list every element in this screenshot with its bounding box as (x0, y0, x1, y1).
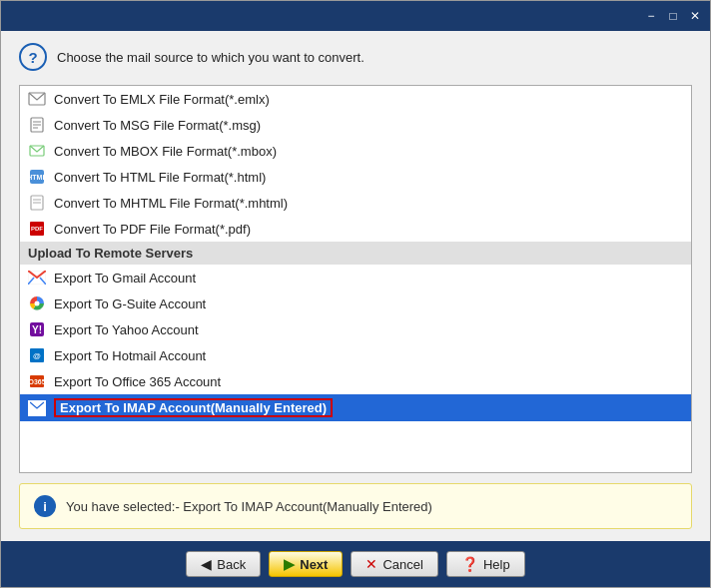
main-window: − □ ✕ ? Choose the mail source to which … (0, 0, 711, 588)
title-bar: − □ ✕ (1, 1, 710, 31)
svg-text:PDF: PDF (31, 226, 43, 232)
next-label: Next (300, 557, 328, 572)
header-text: Choose the mail source to which you want… (57, 50, 364, 65)
list-item-msg[interactable]: Convert To MSG File Format(*.msg) (20, 112, 691, 138)
hotmail-label: Export To Hotmail Account (54, 348, 206, 363)
cancel-label: Cancel (382, 557, 422, 572)
pdf-icon: PDF (28, 220, 46, 238)
gmail-icon (28, 269, 46, 287)
selection-info-bar: i You have selected:- Export To IMAP Acc… (19, 483, 692, 529)
msg-icon (28, 116, 46, 134)
office365-label: Export To Office 365 Account (54, 374, 221, 389)
gsuite-label: Export To G-Suite Account (54, 296, 206, 311)
yahoo-label: Export To Yahoo Account (54, 322, 199, 337)
footer-bar: ◀ Back ▶ Next ✕ Cancel ❓ Help (1, 541, 710, 587)
html-icon: HTML (28, 168, 46, 186)
gsuite-icon (28, 294, 46, 312)
next-icon: ▶ (284, 556, 295, 572)
emlx-label: Convert To EMLX File Format(*.emlx) (54, 92, 270, 107)
mhtml-icon (28, 194, 46, 212)
list-container[interactable]: Convert To EMLX File Format(*.emlx) Conv… (19, 85, 692, 473)
list-item-html[interactable]: HTML Convert To HTML File Format(*.html) (20, 164, 691, 190)
close-button[interactable]: ✕ (686, 7, 704, 25)
cancel-icon: ✕ (365, 556, 377, 572)
section-header-upload: Upload To Remote Servers (20, 242, 691, 265)
next-button[interactable]: ▶ Next (269, 551, 343, 577)
gmail-label: Export To Gmail Account (54, 271, 196, 286)
list-item-office365[interactable]: O365 Export To Office 365 Account (20, 368, 691, 394)
help-icon: ❓ (461, 556, 478, 572)
list-item-emlx[interactable]: Convert To EMLX File Format(*.emlx) (20, 86, 691, 112)
list-item-mhtml[interactable]: Convert To MHTML File Format(*.mhtml) (20, 190, 691, 216)
content-area: ? Choose the mail source to which you wa… (1, 31, 710, 541)
list-item-mbox[interactable]: Convert To MBOX File Format(*.mbox) (20, 138, 691, 164)
svg-text:HTML: HTML (29, 174, 45, 181)
mbox-icon (28, 142, 46, 160)
emlx-icon (28, 90, 46, 108)
list-item-hotmail[interactable]: @ Export To Hotmail Account (20, 342, 691, 368)
imap-label: Export To IMAP Account(Manually Entered) (54, 398, 333, 417)
imap-icon (28, 399, 46, 417)
back-icon: ◀ (201, 556, 212, 572)
selection-info-icon: i (34, 495, 56, 517)
svg-text:@: @ (33, 351, 41, 360)
header-row: ? Choose the mail source to which you wa… (19, 43, 692, 71)
back-button[interactable]: ◀ Back (186, 551, 261, 577)
hotmail-icon: @ (28, 346, 46, 364)
list-item-gmail[interactable]: Export To Gmail Account (20, 265, 691, 291)
svg-text:Y!: Y! (32, 324, 42, 335)
list-item-imap[interactable]: Export To IMAP Account(Manually Entered) (20, 394, 691, 421)
office365-icon: O365 (28, 372, 46, 390)
html-label: Convert To HTML File Format(*.html) (54, 170, 266, 185)
header-info-icon: ? (19, 43, 47, 71)
svg-point-17 (35, 301, 40, 306)
pdf-label: Convert To PDF File Format(*.pdf) (54, 222, 251, 237)
mhtml-label: Convert To MHTML File Format(*.mhtml) (54, 196, 288, 211)
selection-info-text: You have selected:- Export To IMAP Accou… (66, 499, 432, 514)
maximize-button[interactable]: □ (664, 7, 682, 25)
yahoo-icon: Y! (28, 320, 46, 338)
help-label: Help (483, 557, 510, 572)
mbox-label: Convert To MBOX File Format(*.mbox) (54, 144, 277, 159)
msg-label: Convert To MSG File Format(*.msg) (54, 118, 261, 133)
list-item-gsuite[interactable]: Export To G-Suite Account (20, 291, 691, 316)
cancel-button[interactable]: ✕ Cancel (351, 551, 437, 577)
minimize-button[interactable]: − (642, 7, 660, 25)
svg-text:O365: O365 (29, 378, 45, 385)
title-bar-controls: − □ ✕ (642, 7, 704, 25)
help-button[interactable]: ❓ Help (446, 551, 525, 577)
list-item-pdf[interactable]: PDF Convert To PDF File Format(*.pdf) (20, 216, 691, 242)
list-item-yahoo[interactable]: Y! Export To Yahoo Account (20, 316, 691, 342)
back-label: Back (217, 557, 246, 572)
